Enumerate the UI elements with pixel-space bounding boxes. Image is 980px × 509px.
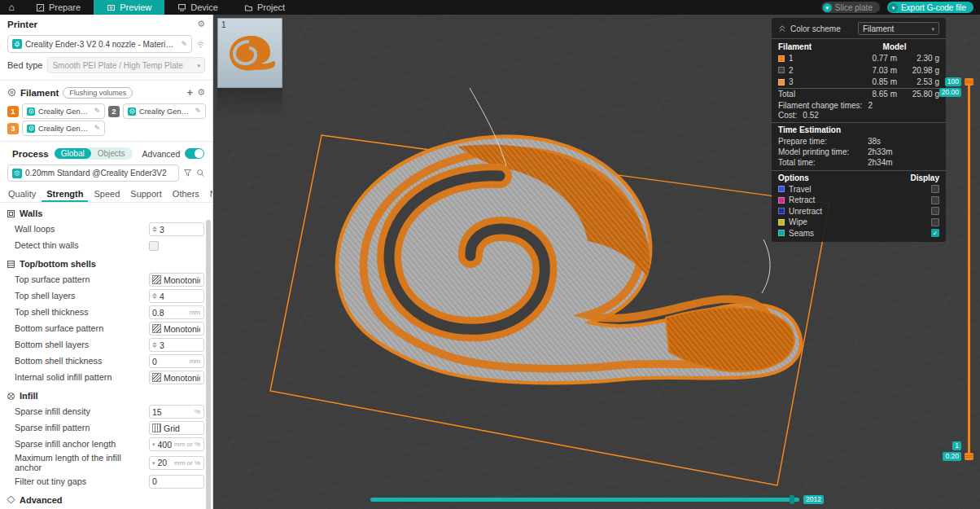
- edit-filament-icon[interactable]: ✎: [94, 125, 100, 132]
- edit-filament-icon[interactable]: ✎: [94, 108, 100, 115]
- filament-settings-gear-icon[interactable]: ⚙: [197, 88, 205, 97]
- preset-name: 0.20mm Standard @Creality Ender3V2: [25, 169, 174, 178]
- spinner-arrows-icon[interactable]: [152, 226, 157, 232]
- move-slider-handle[interactable]: [790, 495, 794, 504]
- top-shell-layers-input[interactable]: 4: [149, 289, 204, 303]
- tab-project[interactable]: Project: [231, 0, 298, 15]
- color-scheme-label: Color scheme: [790, 24, 841, 33]
- section-infill[interactable]: Infill: [0, 388, 212, 404]
- tab-support[interactable]: Support: [125, 186, 167, 202]
- left-panel-scrollbar[interactable]: [206, 220, 211, 509]
- setting-label: Internal solid infill pattern: [15, 372, 149, 382]
- internal-solid-infill-pattern-select[interactable]: Monotonic: [149, 371, 204, 384]
- divider: [0, 141, 212, 142]
- wifi-icon[interactable]: [196, 40, 205, 48]
- top-shell-thickness-input[interactable]: 0.8 mm: [149, 305, 204, 319]
- slice-plate-button[interactable]: ▾ Slice plate: [821, 2, 880, 13]
- filament-change-times: Filament change times:2: [772, 100, 946, 110]
- tab-strength[interactable]: Strength: [42, 186, 88, 202]
- topbar-actions: ▾ Slice plate ▾ Export G-code file: [821, 0, 980, 15]
- setting-row: Detect thin walls: [0, 238, 212, 253]
- filament-2-badge[interactable]: 2: [108, 106, 120, 117]
- advanced-toggle[interactable]: [185, 148, 204, 159]
- viewport-3d[interactable]: 1 Color scheme Filament ▾ Filament Model…: [213, 15, 980, 509]
- setting-label: Sparse infill density: [15, 406, 149, 416]
- sparse-infill-density-input[interactable]: 15 %: [149, 405, 204, 419]
- color-scheme-select[interactable]: Filament ▾: [858, 22, 939, 35]
- chevron-down-icon: ▾: [152, 441, 155, 447]
- spinner-arrows-icon[interactable]: [152, 342, 157, 348]
- collapse-icon[interactable]: [778, 24, 786, 33]
- printer-settings-gear-icon[interactable]: ⚙: [197, 20, 205, 29]
- filter-tiny-gaps-input[interactable]: 0: [149, 475, 204, 489]
- monotonic-pattern-icon: [152, 324, 161, 333]
- bottom-shell-layers-input[interactable]: 3: [149, 338, 204, 352]
- tab-label: Project: [257, 2, 285, 12]
- max-infill-anchor-length-select[interactable]: ▾ 20 mm or %: [149, 456, 204, 470]
- scope-global[interactable]: Global: [55, 148, 91, 159]
- bottom-surface-pattern-select[interactable]: Monotonic: [149, 322, 204, 336]
- filter-icon[interactable]: [183, 169, 192, 178]
- printer-select[interactable]: Creality Ender-3 V2 0.4 nozzle - Materia…: [7, 35, 192, 53]
- prepare-icon: [36, 3, 45, 12]
- sparse-infill-pattern-select[interactable]: Grid: [149, 421, 204, 435]
- move-slider-track[interactable]: [370, 498, 799, 502]
- tab-preview[interactable]: Preview: [94, 0, 164, 15]
- unretract-checkbox[interactable]: [931, 207, 939, 215]
- filament-3-badge[interactable]: 3: [7, 123, 19, 134]
- grid-pattern-icon: [152, 423, 161, 432]
- layer-slider-track[interactable]: [968, 85, 970, 453]
- flushing-volumes-button[interactable]: Flushing volumes: [63, 87, 133, 99]
- layer-slider-bottom-handle[interactable]: [965, 453, 973, 460]
- tab-notes[interactable]: Notes: [205, 186, 213, 202]
- cost: Cost:0.52: [772, 110, 946, 120]
- bottom-shell-thickness-input[interactable]: 0 mm: [149, 354, 204, 368]
- retract-checkbox[interactable]: [931, 196, 939, 204]
- top-surface-pattern-select[interactable]: Monotonic: [149, 273, 204, 287]
- layer-bottom-number: 1: [952, 441, 961, 450]
- walls-icon: [7, 209, 15, 218]
- tab-device[interactable]: Device: [164, 0, 231, 15]
- home-button[interactable]: ⌂: [0, 0, 23, 15]
- edit-printer-icon[interactable]: ✎: [181, 41, 187, 48]
- detect-thin-walls-checkbox[interactable]: [149, 241, 159, 251]
- tab-speed[interactable]: Speed: [89, 186, 125, 202]
- option-row-seams: Seams: [772, 228, 946, 239]
- section-advanced[interactable]: Advanced: [0, 492, 212, 508]
- tab-others[interactable]: Others: [168, 186, 204, 202]
- bed-type-select[interactable]: Smooth PEI Plate / High Temp Plate ▾: [47, 57, 205, 73]
- slice-dropdown-icon[interactable]: ▾: [823, 3, 832, 12]
- setting-label: Sparse infill anchor length: [15, 439, 149, 449]
- filament-1-select[interactable]: Creality Generic PLA ✎: [22, 103, 105, 119]
- export-gcode-button[interactable]: ▾ Export G-code file: [887, 2, 973, 13]
- section-top-bottom-shells[interactable]: Top/bottom shells: [0, 256, 212, 272]
- plate-1-thumbnail[interactable]: 1: [217, 18, 282, 88]
- seams-color-swatch: [778, 230, 785, 236]
- travel-checkbox[interactable]: [931, 185, 939, 193]
- scope-objects[interactable]: Objects: [91, 148, 132, 159]
- setting-row: Sparse infill density 15 %: [0, 404, 212, 419]
- wall-loops-input[interactable]: 3: [149, 222, 204, 236]
- process-preset-select[interactable]: 0.20mm Standard @Creality Ender3V2: [7, 165, 179, 182]
- section-walls[interactable]: Walls: [0, 205, 212, 222]
- spinner-arrows-icon[interactable]: [152, 293, 157, 299]
- filament-2-select[interactable]: Creality Generic PLA ✎: [123, 103, 206, 119]
- tab-quality[interactable]: Quality: [3, 186, 41, 202]
- search-icon[interactable]: [196, 169, 205, 178]
- sparse-infill-anchor-length-select[interactable]: ▾ 400% mm or %: [149, 437, 204, 451]
- wipe-checkbox[interactable]: [931, 218, 939, 226]
- add-filament-icon[interactable]: +: [187, 87, 194, 98]
- export-dropdown-icon[interactable]: ▾: [889, 3, 898, 12]
- divider: [0, 80, 212, 81]
- filament-1-badge[interactable]: 1: [7, 106, 19, 117]
- spool-icon: [27, 108, 35, 116]
- setting-row: Filter out tiny gaps 0: [0, 474, 212, 489]
- tab-label: Preview: [120, 2, 151, 12]
- slice-plate-label: Slice plate: [835, 3, 873, 12]
- printer-section-header: Printer ⚙: [0, 15, 212, 33]
- edit-filament-icon[interactable]: ✎: [195, 108, 201, 115]
- filament-3-select[interactable]: Creality Generic PLA ✎: [22, 121, 105, 136]
- seams-checkbox[interactable]: [931, 229, 939, 237]
- tab-prepare[interactable]: Prepare: [23, 0, 94, 15]
- layer-slider-top-handle[interactable]: [965, 78, 973, 86]
